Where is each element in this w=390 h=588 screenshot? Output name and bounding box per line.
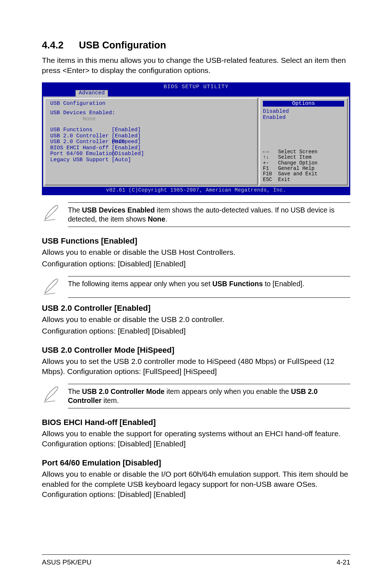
note-text: The following items appear only when you… [68, 276, 350, 298]
section-heading: 4.4.2 USB Configuration [42, 40, 350, 51]
bios-copyright: v02.61 (C)Copyright 1985-2007, American … [43, 187, 349, 194]
subsection-heading: Port 64/60 Emulation [Disabled] [42, 458, 350, 468]
bios-menu-title: USB Configuration [50, 101, 254, 107]
subsection-text: Configuration options: [Enabled] [Disabl… [42, 326, 350, 336]
bios-right-pane: Options Disabled Enabled ←→Select Screen… [259, 98, 348, 186]
subsection-text: Allows you to enable or disable the USB … [42, 314, 350, 325]
intro-paragraph: The items in this menu allows you to cha… [42, 55, 350, 76]
bios-tab-advanced[interactable]: Advanced [75, 90, 108, 96]
subsection-heading: USB 2.0 Controller [Enabled] [42, 304, 350, 313]
bios-row[interactable]: Port 64/60 Emulation[Disabled] [50, 151, 254, 157]
note-block: The USB 2.0 Controller Mode item appears… [42, 384, 350, 409]
note-block: The USB Devices Enabled item shows the a… [42, 202, 350, 227]
section-title: USB Configuration [79, 40, 166, 51]
bios-row[interactable]: Legacy USB Support[Auto] [50, 157, 254, 163]
section-number: 4.4.2 [42, 40, 64, 51]
pencil-icon [42, 384, 68, 409]
subsection-text: Allows you to enable or disable the I/O … [42, 469, 350, 499]
bios-devices-label: USB Devices Enabled: [50, 110, 254, 116]
subsection-text: Allows you to set the USB 2.0 controller… [42, 356, 350, 377]
note-text: The USB 2.0 Controller Mode item appears… [68, 384, 350, 409]
footer-right: 4-21 [337, 558, 350, 566]
note-block: The following items appear only when you… [42, 276, 350, 298]
subsection-text: Configuration options: [Disabled] [Enabl… [42, 259, 350, 269]
bios-left-pane: USB Configuration USB Devices Enabled: N… [44, 98, 258, 186]
footer-left: ASUS P5K/EPU [42, 558, 91, 566]
bios-option[interactable]: Disabled [263, 109, 344, 115]
bios-options-header: Options [263, 101, 344, 107]
pencil-icon [42, 276, 68, 298]
bios-option[interactable]: Enabled [263, 115, 344, 121]
bios-row[interactable]: USB 2.0 Controller[Enabled] [50, 133, 254, 140]
bios-devices-value: None [83, 116, 254, 123]
bios-row[interactable]: USB Functions[Enabled] [50, 127, 254, 133]
subsection-heading: USB 2.0 Controller Mode [HiSpeed] [42, 345, 350, 355]
subsection-text: Allows you to enable the support for ope… [42, 429, 350, 449]
subsection-heading: USB Functions [Enabled] [42, 236, 350, 246]
page-footer: ASUS P5K/EPU 4-21 [42, 554, 350, 566]
bios-row[interactable]: USB 2.0 Controller Mode[HiSpeed] [50, 139, 254, 145]
bios-help: ←→Select Screen ↑↓Select Item +-Change O… [263, 149, 344, 183]
pencil-icon [42, 202, 68, 227]
note-text: The USB Devices Enabled item shows the a… [68, 202, 350, 227]
bios-header: BIOS SETUP UTILITY Advanced [43, 83, 349, 96]
bios-screenshot: BIOS SETUP UTILITY Advanced USB Configur… [42, 82, 350, 195]
subsection-text: Allows you to enable or disable the USB … [42, 247, 350, 257]
bios-row[interactable]: BIOS EHCI Hand-off[Enabled] [50, 145, 254, 151]
subsection-heading: BIOS EHCI Hand-off [Enabled] [42, 418, 350, 427]
bios-banner: BIOS SETUP UTILITY [43, 84, 349, 90]
